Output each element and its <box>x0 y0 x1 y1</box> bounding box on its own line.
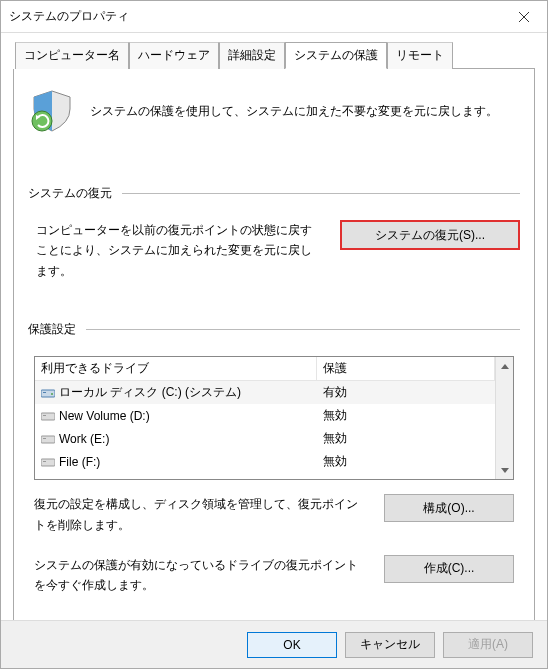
titlebar: システムのプロパティ <box>1 1 547 33</box>
drive-scrollbar[interactable] <box>495 357 513 479</box>
ok-button[interactable]: OK <box>247 632 337 658</box>
drive-name: File (F:) <box>59 455 100 469</box>
section-divider <box>86 329 520 330</box>
tab-system-protection[interactable]: システムの保護 <box>285 42 387 69</box>
section-divider <box>122 193 520 194</box>
shield-icon <box>28 87 76 135</box>
configure-row: 復元の設定を構成し、ディスク領域を管理して、復元ポイントを削除します。 構成(O… <box>28 494 520 535</box>
svg-rect-5 <box>43 415 46 416</box>
tab-panel-protection: システムの保護を使用して、システムに加えた不要な変更を元に戻します。 システムの… <box>13 69 535 624</box>
drive-status: 無効 <box>323 407 347 424</box>
svg-rect-1 <box>41 390 55 397</box>
restore-row: コンピューターを以前の復元ポイントの状態に戻すことにより、システムに加えられた変… <box>28 220 520 281</box>
restore-section-header: システムの復元 <box>28 185 520 202</box>
drive-header-name[interactable]: 利用できるドライブ <box>35 357 317 380</box>
drive-table: 利用できるドライブ 保護 ローカル ディスク (C:) (システム) 有効 Ne… <box>34 356 514 480</box>
drive-name: ローカル ディスク (C:) (システム) <box>59 384 241 401</box>
restore-description: コンピューターを以前の復元ポイントの状態に戻すことにより、システムに加えられた変… <box>28 220 320 281</box>
drive-row[interactable]: File (F:) 無効 <box>35 450 495 473</box>
chevron-up-icon <box>501 364 509 369</box>
scroll-track[interactable] <box>496 375 513 461</box>
disk-icon <box>41 387 55 398</box>
tab-hardware[interactable]: ハードウェア <box>129 42 219 69</box>
drive-status: 有効 <box>323 384 347 401</box>
scroll-up-button[interactable] <box>496 357 513 375</box>
chevron-down-icon <box>501 468 509 473</box>
close-button[interactable] <box>501 2 547 32</box>
drive-name: Work (E:) <box>59 432 109 446</box>
drive-table-header: 利用できるドライブ 保護 <box>35 357 495 381</box>
apply-button: 適用(A) <box>443 632 533 658</box>
create-description: システムの保護が有効になっているドライブの復元ポイントを今すぐ作成します。 <box>34 555 364 596</box>
protection-section-header: 保護設定 <box>28 321 520 338</box>
tab-remote[interactable]: リモート <box>387 42 453 69</box>
drive-name: New Volume (D:) <box>59 409 150 423</box>
restore-section-title: システムの復元 <box>28 185 112 202</box>
create-row: システムの保護が有効になっているドライブの復元ポイントを今すぐ作成します。 作成… <box>28 555 520 596</box>
disk-icon <box>41 433 55 444</box>
svg-rect-7 <box>43 438 46 439</box>
drive-row[interactable]: Work (E:) 無効 <box>35 427 495 450</box>
tab-strip: コンピューター名 ハードウェア 詳細設定 システムの保護 リモート <box>15 41 535 69</box>
dialog-content: コンピューター名 ハードウェア 詳細設定 システムの保護 リモート システムの保… <box>1 33 547 624</box>
svg-rect-2 <box>43 392 46 393</box>
drive-header-protection[interactable]: 保護 <box>317 357 495 380</box>
tab-computer-name[interactable]: コンピューター名 <box>15 42 129 69</box>
drive-status: 無効 <box>323 453 347 470</box>
drive-status: 無効 <box>323 430 347 447</box>
disk-icon <box>41 456 55 467</box>
create-button[interactable]: 作成(C)... <box>384 555 514 583</box>
svg-point-3 <box>51 393 53 395</box>
drive-row[interactable]: New Volume (D:) 無効 <box>35 404 495 427</box>
svg-rect-8 <box>41 459 55 466</box>
svg-rect-9 <box>43 461 46 462</box>
protection-section-title: 保護設定 <box>28 321 76 338</box>
configure-button[interactable]: 構成(O)... <box>384 494 514 522</box>
svg-rect-4 <box>41 413 55 420</box>
cancel-button[interactable]: キャンセル <box>345 632 435 658</box>
intro-row: システムの保護を使用して、システムに加えた不要な変更を元に戻します。 <box>28 87 520 135</box>
disk-icon <box>41 410 55 421</box>
close-icon <box>519 12 529 22</box>
scroll-down-button[interactable] <box>496 461 513 479</box>
system-restore-button[interactable]: システムの復元(S)... <box>340 220 520 250</box>
dialog-button-bar: OK キャンセル 適用(A) <box>1 620 547 668</box>
tab-advanced[interactable]: 詳細設定 <box>219 42 285 69</box>
configure-description: 復元の設定を構成し、ディスク領域を管理して、復元ポイントを削除します。 <box>34 494 364 535</box>
drive-row[interactable]: ローカル ディスク (C:) (システム) 有効 <box>35 381 495 404</box>
window-title: システムのプロパティ <box>9 8 501 25</box>
intro-text: システムの保護を使用して、システムに加えた不要な変更を元に戻します。 <box>90 101 498 121</box>
svg-rect-6 <box>41 436 55 443</box>
